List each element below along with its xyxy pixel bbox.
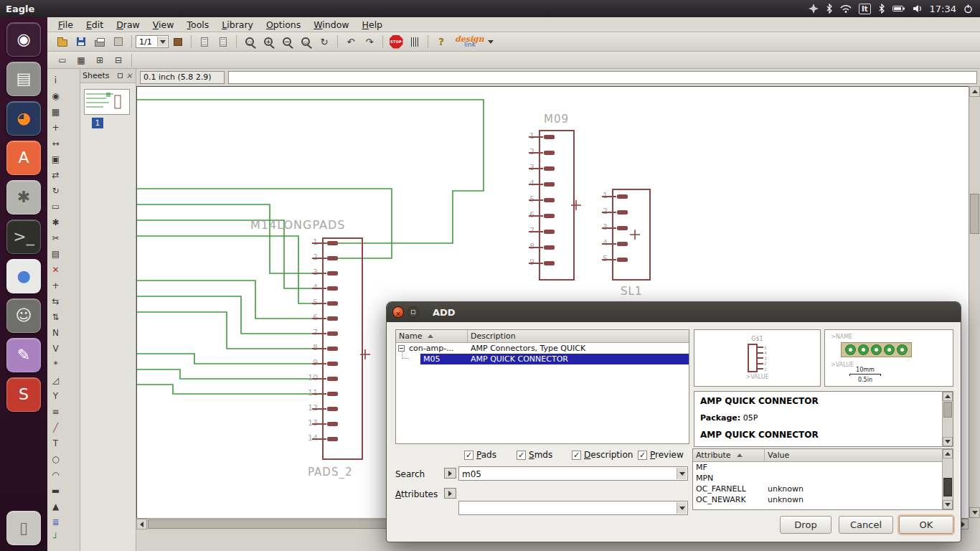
attribute-column-header[interactable]: Attribute: [693, 449, 765, 461]
tool-wire[interactable]: ╱: [48, 420, 63, 434]
cancel-button[interactable]: Cancel: [839, 516, 893, 534]
attribute-row[interactable]: OC_NEWARK unknown: [693, 494, 953, 505]
wifi-indicator[interactable]: [840, 4, 852, 13]
scroll-thumb[interactable]: [943, 478, 952, 496]
zoom-in-button[interactable]: [260, 34, 277, 50]
session-menu[interactable]: [963, 4, 973, 14]
tree-row-library[interactable]: con-amp-... AMP Connectors, Type QUICK: [396, 343, 689, 354]
tool-pinswap[interactable]: ⇆: [48, 293, 63, 308]
maximize-button[interactable]: [407, 306, 419, 318]
menu-edit[interactable]: Edit: [80, 18, 110, 32]
launcher-trash[interactable]: ▯: [6, 511, 41, 545]
stop-button[interactable]: STOP: [387, 34, 405, 50]
scroll-left-button[interactable]: [136, 519, 147, 529]
run-ulp-button[interactable]: [215, 34, 232, 50]
zoom-fit-button[interactable]: [241, 34, 258, 50]
tool-arc[interactable]: ◠: [48, 467, 63, 481]
scroll-up-button[interactable]: [943, 392, 953, 401]
filter-pads[interactable]: ✓ Pads: [464, 450, 496, 460]
designlink-menu[interactable]: design link: [455, 35, 494, 48]
search-expand-button[interactable]: [444, 468, 456, 479]
attribute-row[interactable]: MF: [693, 462, 953, 473]
launcher-text-editor[interactable]: ✎: [6, 338, 41, 372]
tree-header-description[interactable]: Description: [468, 330, 689, 342]
tool-invoke[interactable]: ≡: [48, 404, 63, 418]
zoom-out-button[interactable]: [278, 34, 296, 50]
attributes-expand-button[interactable]: [444, 488, 456, 499]
tool-polygon[interactable]: ▲: [48, 499, 63, 513]
menu-window[interactable]: Window: [307, 18, 355, 32]
launcher-files[interactable]: ▤: [6, 62, 41, 96]
filter-smds[interactable]: ✓ Smds: [517, 450, 552, 460]
scroll-thumb[interactable]: [943, 402, 952, 418]
scroll-down-button[interactable]: [943, 437, 953, 446]
menu-file[interactable]: File: [52, 18, 80, 32]
zoom-redraw-button[interactable]: [316, 34, 333, 50]
frame-button[interactable]: [54, 52, 71, 68]
tool-move[interactable]: ↔: [48, 136, 63, 150]
keyboard-layout-indicator[interactable]: It: [859, 4, 871, 14]
tool-show[interactable]: ◉: [48, 88, 63, 103]
bluetooth-indicator-2[interactable]: [878, 4, 885, 14]
clock[interactable]: 17:34: [930, 4, 956, 14]
tool-delete[interactable]: ✕: [48, 262, 63, 276]
launcher-dash-home[interactable]: ◉: [6, 22, 41, 57]
save-button[interactable]: [72, 34, 90, 50]
help-button[interactable]: ?: [433, 34, 450, 50]
tool-display[interactable]: ▦: [48, 104, 63, 118]
filter-preview[interactable]: ✓ Preview: [638, 450, 684, 460]
menu-tools[interactable]: Tools: [180, 18, 215, 32]
sheet-number-badge[interactable]: 1: [92, 118, 103, 128]
use-library-button[interactable]: [169, 34, 187, 50]
tool-circle[interactable]: ○: [48, 451, 63, 466]
scroll-down-button[interactable]: [969, 507, 980, 518]
float-panel-button[interactable]: [116, 72, 124, 80]
close-button[interactable]: [392, 306, 404, 318]
tool-info[interactable]: i: [48, 72, 63, 87]
menu-view[interactable]: View: [146, 18, 181, 32]
scroll-down-button[interactable]: [943, 500, 953, 509]
tool-rect[interactable]: ▬: [48, 483, 63, 497]
launcher-system-settings[interactable]: ✱: [6, 180, 41, 215]
value-column-header[interactable]: Value: [765, 449, 953, 461]
attribute-row[interactable]: MPN: [693, 473, 953, 484]
ok-button[interactable]: OK: [899, 516, 953, 534]
redo-button[interactable]: [361, 34, 378, 50]
cam-processor-button[interactable]: [110, 34, 127, 50]
filter-description[interactable]: ✓ Description: [572, 450, 633, 460]
launcher-gimp[interactable]: ☺: [6, 298, 41, 333]
menu-library[interactable]: Library: [215, 18, 260, 32]
attributes-dropdown-icon[interactable]: [677, 502, 687, 514]
tool-group[interactable]: ▭: [48, 199, 63, 213]
attribute-row[interactable]: OC_FARNELL unknown: [693, 484, 953, 494]
menu-draw[interactable]: Draw: [110, 18, 146, 32]
search-dropdown-icon[interactable]: [677, 468, 687, 479]
tool-junction[interactable]: •: [48, 546, 63, 551]
pads-checkbox[interactable]: ✓: [464, 451, 473, 460]
print-button[interactable]: [91, 34, 108, 50]
scroll-up-button[interactable]: [969, 86, 980, 97]
description-scrollbar[interactable]: [942, 392, 953, 446]
scroll-up-button[interactable]: [943, 449, 953, 458]
attribute-table-scrollbar[interactable]: [942, 449, 953, 509]
tool-gateswap[interactable]: ⇅: [48, 309, 63, 324]
trace-button[interactable]: [406, 34, 423, 50]
dropdown-arrow-icon[interactable]: [157, 37, 167, 47]
close-panel-button[interactable]: [125, 72, 133, 80]
sheet-thumbnail[interactable]: [84, 89, 130, 115]
bluetooth-indicator[interactable]: [826, 4, 833, 14]
dialog-titlebar[interactable]: ADD: [387, 302, 961, 322]
canvas-vertical-scrollbar[interactable]: [969, 86, 980, 518]
drop-button[interactable]: Drop: [780, 516, 831, 534]
menu-options[interactable]: Options: [260, 18, 307, 32]
sheet-selector[interactable]: 1/1: [136, 35, 169, 48]
tool-value[interactable]: V: [48, 341, 63, 355]
menu-help[interactable]: Help: [356, 18, 390, 32]
script-button[interactable]: [196, 34, 213, 50]
sync-indicator[interactable]: [809, 4, 819, 14]
volume-indicator[interactable]: [913, 4, 923, 13]
battery-indicator[interactable]: [892, 5, 905, 12]
tree-header-name[interactable]: Name: [396, 330, 468, 342]
description-checkbox[interactable]: ✓: [572, 451, 581, 460]
tool-change[interactable]: ✱: [48, 215, 63, 229]
